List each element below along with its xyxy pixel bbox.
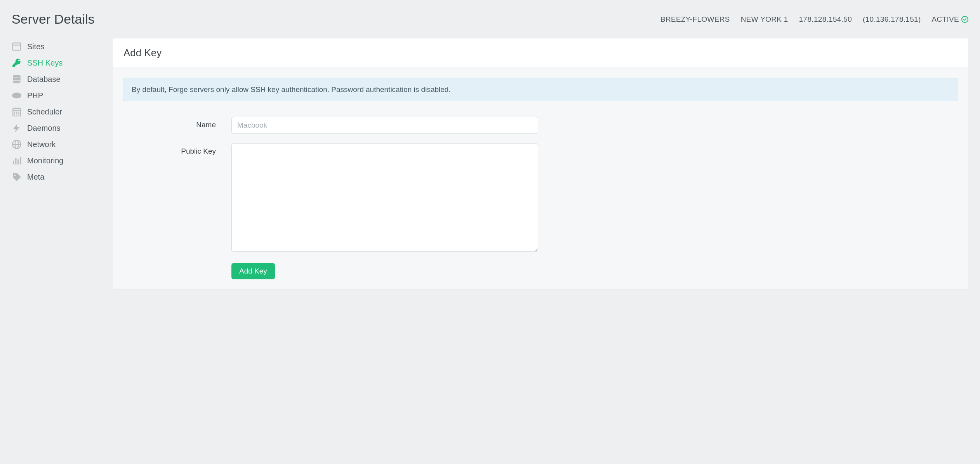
sidebar-item-label: Database bbox=[27, 75, 61, 84]
svg-point-7 bbox=[12, 92, 21, 98]
svg-rect-21 bbox=[13, 161, 14, 164]
sidebar-item-label: Monitoring bbox=[27, 156, 63, 165]
sidebar-item-label: Scheduler bbox=[27, 107, 62, 116]
sidebar-item-daemons[interactable]: Daemons bbox=[12, 120, 101, 136]
public-key-input[interactable] bbox=[231, 143, 538, 252]
svg-rect-22 bbox=[15, 158, 16, 164]
server-name: BREEZY-FLOWERS bbox=[660, 15, 730, 24]
sidebar-item-label: Daemons bbox=[27, 124, 61, 133]
add-key-button[interactable]: Add Key bbox=[231, 263, 275, 279]
sidebar-item-ssh-keys[interactable]: SSH Keys bbox=[12, 55, 101, 71]
tag-icon bbox=[12, 172, 22, 182]
bolt-icon bbox=[12, 123, 22, 133]
sidebar-item-label: SSH Keys bbox=[27, 59, 63, 68]
svg-point-4 bbox=[13, 75, 21, 78]
page-title: Server Details bbox=[12, 12, 95, 27]
public-key-label: Public Key bbox=[123, 143, 231, 156]
sidebar-item-sites[interactable]: Sites bbox=[12, 38, 101, 55]
server-meta: BREEZY-FLOWERS NEW YORK 1 178.128.154.50… bbox=[660, 15, 968, 24]
globe-icon bbox=[12, 139, 22, 149]
sidebar-item-network[interactable]: Network bbox=[12, 136, 101, 152]
sidebar: Sites SSH Keys bbox=[12, 38, 101, 185]
svg-point-25 bbox=[14, 175, 16, 176]
server-public-ip: 178.128.154.50 bbox=[799, 15, 852, 24]
sidebar-item-meta[interactable]: Meta bbox=[12, 169, 101, 185]
name-input[interactable] bbox=[231, 117, 538, 134]
svg-rect-5 bbox=[13, 78, 21, 78]
calendar-icon bbox=[12, 107, 22, 117]
card-header: Add Key bbox=[113, 38, 968, 68]
svg-rect-24 bbox=[20, 157, 21, 164]
sidebar-item-database[interactable]: Database bbox=[12, 71, 101, 87]
sidebar-item-label: PHP bbox=[27, 91, 43, 100]
database-icon bbox=[12, 74, 22, 84]
server-status: ACTIVE bbox=[932, 15, 968, 24]
status-label: ACTIVE bbox=[932, 15, 959, 24]
server-region: NEW YORK 1 bbox=[741, 15, 788, 24]
svg-rect-6 bbox=[13, 80, 21, 80]
sidebar-item-label: Network bbox=[27, 140, 56, 149]
svg-rect-23 bbox=[17, 159, 19, 164]
check-circle-icon bbox=[961, 16, 968, 23]
name-label: Name bbox=[123, 117, 231, 129]
sidebar-item-label: Meta bbox=[27, 173, 44, 182]
window-icon bbox=[12, 42, 22, 52]
svg-rect-0 bbox=[13, 43, 21, 50]
sidebar-item-scheduler[interactable]: Scheduler bbox=[12, 104, 101, 120]
sidebar-item-monitoring[interactable]: Monitoring bbox=[12, 152, 101, 169]
key-icon bbox=[12, 58, 22, 68]
main-card: Add Key By default, Forge servers only a… bbox=[113, 38, 968, 289]
sidebar-item-php[interactable]: PHP bbox=[12, 87, 101, 104]
card-title: Add Key bbox=[123, 47, 957, 59]
sidebar-item-label: Sites bbox=[27, 42, 44, 51]
php-icon bbox=[12, 90, 22, 100]
info-alert: By default, Forge servers only allow SSH… bbox=[123, 78, 958, 101]
bar-chart-icon bbox=[12, 156, 22, 166]
page-header: Server Details BREEZY-FLOWERS NEW YORK 1… bbox=[12, 8, 968, 38]
server-private-ip: (10.136.178.151) bbox=[863, 15, 921, 24]
